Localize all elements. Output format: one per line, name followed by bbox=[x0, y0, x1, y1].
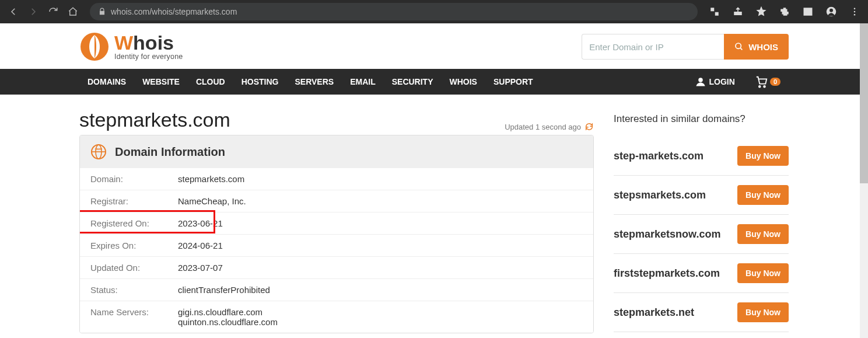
similar-domains-sidebar: Interested in similar domains? step-mark… bbox=[614, 109, 789, 332]
extensions-icon[interactable] bbox=[776, 3, 793, 20]
cart-icon bbox=[755, 75, 768, 88]
svg-rect-0 bbox=[804, 8, 812, 15]
info-row: Updated On:2023-07-07 bbox=[80, 257, 593, 279]
info-key: Status: bbox=[90, 285, 178, 295]
nav-item-security[interactable]: SECURITY bbox=[384, 69, 442, 95]
login-link[interactable]: LOGIN bbox=[687, 69, 743, 95]
info-value: NameCheap, Inc. bbox=[178, 196, 246, 206]
info-row: Registered On:2023-06-21 bbox=[80, 212, 593, 235]
svg-point-6 bbox=[854, 14, 856, 16]
svg-point-3 bbox=[830, 9, 833, 12]
info-value: 2023-06-21 bbox=[178, 218, 223, 228]
translate-icon[interactable] bbox=[706, 3, 723, 20]
back-button[interactable] bbox=[5, 3, 22, 20]
browser-chrome: whois.com/whois/stepmarkets.com bbox=[0, 0, 868, 23]
nav-item-hosting[interactable]: HOSTING bbox=[233, 69, 287, 95]
similar-domain-name: step-markets.com bbox=[614, 150, 704, 162]
info-row: Domain:stepmarkets.com bbox=[80, 168, 593, 190]
info-key: Expires On: bbox=[90, 241, 178, 250]
main-nav: DOMAINSWEBSITECLOUDHOSTINGSERVERSEMAILSE… bbox=[0, 69, 868, 95]
logo-tagline: Identity for everyone bbox=[114, 53, 183, 61]
svg-point-4 bbox=[854, 8, 856, 9]
similar-domain-name: stepmarketsnow.com bbox=[614, 228, 720, 241]
panel-heading: Domain Information bbox=[115, 145, 225, 159]
svg-point-10 bbox=[698, 78, 703, 82]
site-header: Whois Identity for everyone WHOIS bbox=[70, 23, 798, 69]
info-row: Status:clientTransferProhibited bbox=[80, 279, 593, 301]
info-key: Registrar: bbox=[90, 196, 178, 206]
buy-now-button[interactable]: Buy Now bbox=[737, 224, 789, 244]
reload-button[interactable] bbox=[44, 3, 62, 20]
svg-point-5 bbox=[854, 11, 856, 13]
globe-icon: www bbox=[90, 144, 107, 160]
buy-now-button[interactable]: Buy Now bbox=[737, 263, 789, 283]
similar-domain-row: stepmarketsnow.comBuy Now bbox=[614, 215, 789, 254]
similar-heading: Interested in similar domains? bbox=[614, 113, 789, 125]
page-title: stepmarkets.com bbox=[79, 109, 230, 131]
nav-item-cloud[interactable]: CLOUD bbox=[188, 69, 233, 95]
info-row: Name Servers:gigi.ns.cloudflare.comquint… bbox=[80, 301, 593, 333]
info-value: gigi.ns.cloudflare.comquinton.ns.cloudfl… bbox=[178, 307, 278, 327]
info-value: clientTransferProhibited bbox=[178, 285, 270, 295]
user-icon bbox=[695, 76, 706, 87]
profile-icon[interactable] bbox=[822, 3, 840, 20]
whois-search-button[interactable]: WHOIS bbox=[724, 34, 789, 60]
info-row: Expires On:2024-06-21 bbox=[80, 235, 593, 257]
info-key: Domain: bbox=[90, 174, 178, 184]
info-value: 2024-06-21 bbox=[178, 241, 223, 250]
logo-brand: Whois bbox=[114, 33, 183, 53]
nav-item-support[interactable]: SUPPORT bbox=[485, 69, 541, 95]
buy-now-button[interactable]: Buy Now bbox=[737, 185, 789, 205]
refresh-link[interactable]: Updated 1 second ago bbox=[505, 122, 594, 131]
cart-link[interactable]: 0 bbox=[743, 69, 789, 95]
similar-domain-row: stepmarkets.netBuy Now bbox=[614, 293, 789, 332]
svg-point-12 bbox=[764, 86, 765, 88]
cart-count-badge: 0 bbox=[770, 78, 780, 86]
domain-search-input[interactable] bbox=[582, 34, 724, 60]
main-content: stepmarkets.com Updated 1 second ago www… bbox=[79, 109, 594, 333]
menu-icon[interactable] bbox=[846, 3, 863, 20]
nav-item-servers[interactable]: SERVERS bbox=[286, 69, 342, 95]
svg-point-8 bbox=[736, 43, 741, 48]
similar-domain-name: firststepmarkets.com bbox=[614, 267, 720, 280]
bookmark-icon[interactable] bbox=[752, 3, 770, 20]
similar-domain-name: stepsmarkets.com bbox=[614, 189, 706, 201]
nav-item-domains[interactable]: DOMAINS bbox=[79, 69, 134, 95]
logo-mark-icon bbox=[79, 32, 110, 62]
svg-point-11 bbox=[759, 86, 761, 88]
nav-item-email[interactable]: EMAIL bbox=[342, 69, 384, 95]
similar-domain-row: step-markets.comBuy Now bbox=[614, 137, 789, 176]
similar-domain-row: firststepmarkets.comBuy Now bbox=[614, 254, 789, 293]
search-icon bbox=[734, 42, 744, 51]
info-value: 2023-07-07 bbox=[178, 263, 223, 273]
lock-icon bbox=[98, 8, 106, 16]
buy-now-button[interactable]: Buy Now bbox=[737, 302, 789, 322]
forward-button[interactable] bbox=[24, 3, 42, 20]
panel-icon[interactable] bbox=[799, 3, 817, 20]
domain-info-panel: www Domain Information Domain:stepmarket… bbox=[79, 135, 594, 333]
nav-item-website[interactable]: WEBSITE bbox=[134, 69, 188, 95]
info-key: Registered On: bbox=[90, 218, 178, 228]
whois-search-form: WHOIS bbox=[582, 34, 789, 60]
logo[interactable]: Whois Identity for everyone bbox=[79, 32, 183, 62]
svg-line-9 bbox=[740, 48, 742, 50]
home-button[interactable] bbox=[64, 3, 82, 20]
info-row: Registrar:NameCheap, Inc. bbox=[80, 190, 593, 212]
svg-text:www: www bbox=[94, 147, 102, 151]
info-key: Updated On: bbox=[90, 263, 178, 273]
chrome-right-icons bbox=[706, 3, 863, 20]
info-key: Name Servers: bbox=[90, 307, 178, 327]
address-bar[interactable]: whois.com/whois/stepmarkets.com bbox=[90, 3, 698, 20]
share-icon[interactable] bbox=[729, 3, 747, 20]
page-body: Whois Identity for everyone WHOIS DOMAIN… bbox=[0, 23, 868, 338]
url-text: whois.com/whois/stepmarkets.com bbox=[111, 7, 237, 16]
buy-now-button[interactable]: Buy Now bbox=[737, 146, 789, 166]
refresh-icon bbox=[584, 122, 594, 131]
nav-item-whois[interactable]: WHOIS bbox=[442, 69, 485, 95]
info-value: stepmarkets.com bbox=[178, 174, 244, 184]
similar-domain-name: stepmarkets.net bbox=[614, 306, 694, 319]
page-scrollbar[interactable] bbox=[860, 23, 868, 338]
similar-domain-row: stepsmarkets.comBuy Now bbox=[614, 176, 789, 215]
